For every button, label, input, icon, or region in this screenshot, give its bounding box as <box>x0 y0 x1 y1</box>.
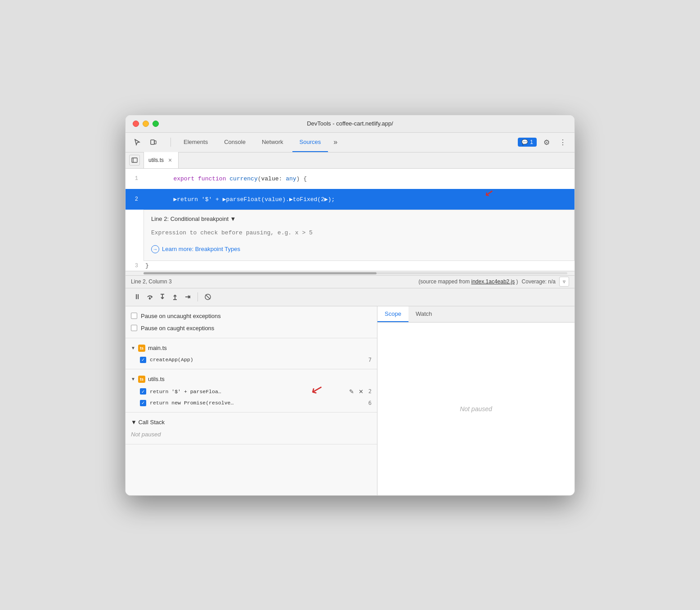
main-ts-bp-1-checkbox[interactable] <box>140 357 146 363</box>
status-bar: Line 2, Column 3 (source mapped from ind… <box>126 276 574 288</box>
sidebar-toggle-button[interactable] <box>129 155 140 166</box>
learn-more-link[interactable]: → Learn more: Breakpoint Types <box>151 245 567 253</box>
line-number-2: 2 <box>126 196 144 202</box>
main-ts-bp-1-line: 7 <box>368 357 372 363</box>
pause-uncaught-checkbox[interactable] <box>131 313 137 319</box>
line-number-1: 1 <box>126 175 144 182</box>
coverage-status: Coverage: n/a <box>522 278 556 285</box>
utils-ts-header[interactable]: ▼ ts utils.ts <box>126 373 377 386</box>
main-ts-header[interactable]: ▼ ts main.ts <box>126 342 377 354</box>
code-line-2: 2 ▶return '$' + ▶parseFloat(value).▶toFi… <box>126 189 574 210</box>
main-ts-bp-1: createApp(App) 7 <box>126 354 377 365</box>
not-paused-text: Not paused <box>460 405 492 413</box>
scope-tabs: Scope Watch <box>377 306 574 323</box>
device-icon[interactable] <box>147 136 160 148</box>
code-editor[interactable]: 1 export function currency(value: any) {… <box>126 169 574 271</box>
utils-ts-bp-2: return new Promise(resolve… 6 <box>126 398 377 408</box>
code-line-1: 1 export function currency(value: any) { <box>126 169 574 189</box>
pause-caught-label: Pause on caught exceptions <box>141 325 214 332</box>
utils-ts-bp-2-code: return new Promise(resolve… <box>150 400 365 406</box>
line-content-1: export function currency(value: any) { <box>144 169 574 189</box>
step-button[interactable] <box>181 291 194 303</box>
cursor-icon[interactable] <box>131 136 144 148</box>
svg-rect-2 <box>132 158 137 162</box>
source-mapped-info: (source mapped from index.1ac4eab2.js ) <box>418 278 518 285</box>
pause-uncaught-row[interactable]: Pause on uncaught exceptions <box>126 310 377 322</box>
utils-ts-bp-2-checkbox[interactable] <box>140 400 146 406</box>
chat-button[interactable]: 💬 1 <box>518 138 537 147</box>
collapse-triangle-utils: ▼ <box>131 377 135 381</box>
main-toolbar: Elements Console Network Sources » 💬 1 ⚙… <box>126 133 574 152</box>
tab-console[interactable]: Console <box>217 132 253 152</box>
line-number-3: 3 <box>126 263 144 269</box>
title-bar: DevTools - coffee-cart.netlify.app/ <box>126 115 574 133</box>
step-out-button[interactable] <box>169 291 181 303</box>
breakpoint-expression-input[interactable] <box>151 228 567 238</box>
minimize-button[interactable] <box>143 121 149 127</box>
pause-uncaught-label: Pause on uncaught exceptions <box>141 313 221 319</box>
edit-breakpoint-button[interactable]: ✎ <box>348 388 355 395</box>
utils-ts-bp-1: return '$' + parseFloa… ✎ ✕ 2 <box>126 386 377 398</box>
pause-caught-checkbox[interactable] <box>131 325 137 331</box>
breakpoints-panel: Pause on uncaught exceptions Pause on ca… <box>126 306 377 495</box>
scope-content: Not paused <box>377 323 574 495</box>
step-over-button[interactable] <box>144 291 156 303</box>
step-into-button[interactable] <box>156 291 169 303</box>
call-stack-section: ▼ Call Stack Not paused <box>126 413 377 444</box>
tab-network[interactable]: Network <box>255 132 291 152</box>
debug-divider <box>197 292 198 301</box>
utils-ts-bp-1-checkbox[interactable] <box>140 388 146 395</box>
typescript-icon-utils: ts <box>138 376 145 383</box>
call-stack-header[interactable]: ▼ Call Stack <box>126 416 377 428</box>
main-ts-breakpoints: ▼ ts main.ts createApp(App) 7 <box>126 338 377 369</box>
breakpoint-header: Line 2: Conditional breakpoint ▼ <box>151 215 567 222</box>
line-content-2: ▶return '$' + ▶parseFloat(value).▶toFixe… <box>144 189 574 210</box>
utils-ts-breakpoints: ▼ ts utils.ts ↙ return '$' + parseFloa… … <box>126 369 377 413</box>
main-ts-filename: main.ts <box>148 345 167 351</box>
chat-icon: 💬 <box>521 139 528 145</box>
tab-scope[interactable]: Scope <box>377 306 408 322</box>
bp-actions: ✎ ✕ <box>348 388 365 395</box>
collapse-triangle: ▼ <box>131 345 135 350</box>
main-ts-bp-1-code: createApp(App) <box>150 357 365 363</box>
close-button[interactable] <box>133 121 139 127</box>
remove-breakpoint-button[interactable]: ✕ <box>357 388 365 395</box>
debug-toolbar: ⏸ <box>126 288 574 306</box>
scope-watch-panel: Scope Watch Not paused <box>377 306 574 495</box>
source-file-link[interactable]: index.1ac4eab2.js <box>471 278 515 285</box>
more-tabs-button[interactable]: » <box>330 138 341 146</box>
horizontal-scrollbar[interactable] <box>126 271 574 276</box>
utils-ts-bp-2-line: 6 <box>368 400 372 406</box>
tab-sources[interactable]: Sources <box>292 132 328 152</box>
main-content: Pause on uncaught exceptions Pause on ca… <box>126 306 574 495</box>
external-link-icon: → <box>151 245 159 253</box>
svg-rect-0 <box>151 140 154 144</box>
pause-caught-row[interactable]: Pause on caught exceptions <box>126 322 377 334</box>
utils-ts-bp-1-line: 2 <box>368 388 372 395</box>
file-tab-name: utils.ts <box>148 157 164 163</box>
scrollbar-thumb[interactable] <box>144 272 377 274</box>
scrollbar-track <box>144 272 567 274</box>
svg-line-12 <box>206 295 210 299</box>
traffic-lights <box>133 121 159 127</box>
pause-resume-button[interactable]: ⏸ <box>131 291 144 303</box>
breakpoint-popup: Line 2: Conditional breakpoint ▼ → Learn… <box>144 210 574 261</box>
more-options-button[interactable]: ⋮ <box>556 136 569 148</box>
maximize-button[interactable] <box>153 121 159 127</box>
file-tab-utils[interactable]: utils.ts × <box>144 152 179 168</box>
tab-elements[interactable]: Elements <box>176 132 215 152</box>
call-stack-label: ▼ Call Stack <box>131 419 165 426</box>
expand-button[interactable]: ▿ <box>559 277 569 287</box>
line-content-3: } <box>144 262 574 269</box>
code-line-3: 3 } <box>126 261 574 271</box>
file-tab-close[interactable]: × <box>166 157 174 164</box>
settings-button[interactable]: ⚙ <box>540 136 553 148</box>
toolbar-right: 💬 1 ⚙ ⋮ <box>518 136 569 148</box>
cursor-position: Line 2, Column 3 <box>131 278 172 285</box>
toolbar-divider <box>171 138 171 147</box>
call-stack-not-paused: Not paused <box>126 428 377 440</box>
deactivate-breakpoints-button[interactable] <box>202 291 214 303</box>
svg-rect-1 <box>154 141 156 144</box>
tab-watch[interactable]: Watch <box>408 306 439 322</box>
devtools-window: DevTools - coffee-cart.netlify.app/ Elem… <box>125 115 575 496</box>
